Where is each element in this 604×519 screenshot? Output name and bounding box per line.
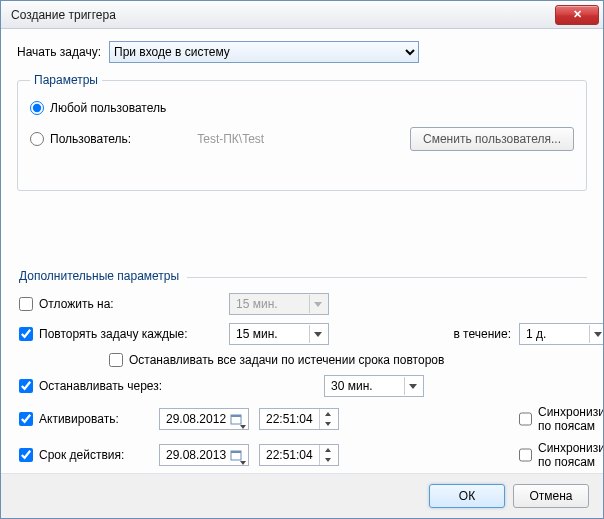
specific-user-label: Пользователь: [50, 132, 131, 146]
begin-row: Начать задачу: При входе в систему [17, 41, 587, 63]
parameters-legend: Параметры [30, 73, 102, 87]
calendar-icon[interactable] [227, 446, 245, 464]
cancel-button[interactable]: Отмена [513, 484, 589, 508]
expire-label: Срок действия: [39, 448, 124, 462]
window-title: Создание триггера [11, 8, 555, 22]
stop-row: Останавливать через: [19, 379, 229, 393]
change-user-button[interactable]: Сменить пользователя... [410, 127, 574, 151]
chevron-down-icon[interactable] [309, 325, 325, 343]
dialog-window: Создание триггера ✕ Начать задачу: При в… [0, 0, 604, 519]
svg-rect-1 [231, 415, 241, 417]
parameters-group: Параметры Любой пользователь Пользовател… [17, 73, 587, 191]
chevron-down-icon [309, 295, 325, 313]
activate-checkbox[interactable] [19, 412, 33, 426]
delay-label: Отложить на: [39, 297, 114, 311]
svg-rect-3 [231, 451, 241, 453]
delay-combo: 15 мин. [229, 293, 329, 315]
activate-time-field[interactable]: 22:51:04 [259, 408, 339, 430]
expire-sync-checkbox[interactable] [519, 448, 532, 462]
repeat-label: Повторять задачу каждые: [39, 327, 188, 341]
activate-sync-checkbox[interactable] [519, 412, 532, 426]
titlebar: Создание триггера ✕ [1, 1, 603, 29]
chevron-down-icon[interactable] [404, 377, 420, 395]
advanced-grid: Отложить на: 15 мин. Повторять задачу ка… [17, 289, 587, 473]
close-icon[interactable]: ✕ [555, 5, 599, 25]
repeat-interval-combo[interactable]: 15 мин. [229, 323, 329, 345]
activate-sync-row: Синхронизировать по поясам [519, 405, 603, 433]
dialog-content: Начать задачу: При входе в систему Парам… [1, 29, 603, 473]
begin-task-select[interactable]: При входе в систему [109, 41, 419, 63]
any-user-label: Любой пользователь [50, 101, 166, 115]
delay-row: Отложить на: [19, 297, 229, 311]
stop-duration-combo[interactable]: 30 мин. [324, 375, 424, 397]
repeat-during-combo[interactable]: 1 д. [519, 323, 603, 345]
activate-label: Активировать: [39, 412, 119, 426]
ok-button[interactable]: ОК [429, 484, 505, 508]
advanced-legend: Дополнительные параметры [17, 269, 587, 283]
stop-checkbox[interactable] [19, 379, 33, 393]
stop-label: Останавливать через: [39, 379, 162, 393]
specific-user-row: Пользователь: Test-ПК\Test Сменить польз… [30, 127, 574, 151]
delay-checkbox[interactable] [19, 297, 33, 311]
specific-user-radio[interactable] [30, 132, 44, 146]
specific-user-value: Test-ПК\Test [197, 132, 264, 146]
stop-after-repeat-checkbox[interactable] [109, 353, 123, 367]
calendar-icon[interactable] [227, 410, 245, 428]
activate-sync-label: Синхронизировать по поясам [538, 405, 603, 433]
stop-after-repeat-row: Останавливать все задачи по истечении ср… [109, 353, 603, 367]
advanced-section: Дополнительные параметры Отложить на: 15… [17, 269, 587, 473]
expire-checkbox[interactable] [19, 448, 33, 462]
begin-label: Начать задачу: [17, 45, 101, 59]
expire-date-field[interactable]: 29.08.2013 [159, 444, 249, 466]
dialog-footer: ОК Отмена [1, 473, 603, 518]
repeat-checkbox[interactable] [19, 327, 33, 341]
spinner-icon[interactable] [319, 445, 335, 465]
chevron-down-icon[interactable] [589, 325, 603, 343]
expire-time-field[interactable]: 22:51:04 [259, 444, 339, 466]
expire-sync-label: Синхронизировать по поясам [538, 441, 603, 469]
any-user-row: Любой пользователь [30, 101, 574, 115]
stop-after-repeat-label: Останавливать все задачи по истечении ср… [129, 353, 444, 367]
expire-sync-row: Синхронизировать по поясам [519, 441, 603, 469]
any-user-radio[interactable] [30, 101, 44, 115]
repeat-during-label: в течение: [429, 327, 519, 341]
activate-date-field[interactable]: 29.08.2012 [159, 408, 249, 430]
repeat-row: Повторять задачу каждые: [19, 327, 229, 341]
spinner-icon[interactable] [319, 409, 335, 429]
